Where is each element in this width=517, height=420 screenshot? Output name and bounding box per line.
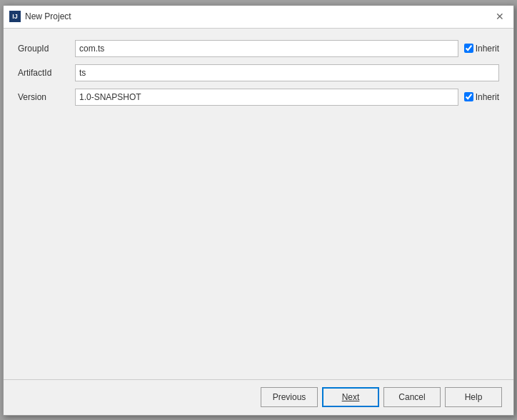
version-inherit-label: Inherit — [464, 92, 499, 102]
artifact-id-input[interactable] — [75, 64, 499, 81]
help-button[interactable]: Help — [445, 387, 502, 407]
title-bar-left: IJ New Project — [9, 11, 71, 22]
next-button[interactable]: Next — [322, 387, 379, 407]
group-id-row: GroupId Inherit — [18, 40, 499, 57]
previous-button[interactable]: Previous — [261, 387, 318, 407]
version-input[interactable] — [75, 89, 458, 106]
cancel-button[interactable]: Cancel — [383, 387, 441, 407]
artifact-id-label: ArtifactId — [18, 68, 75, 78]
version-label: Version — [18, 92, 75, 102]
group-id-inherit-checkbox[interactable] — [464, 44, 473, 53]
dialog-footer: Previous Next Cancel Help — [4, 379, 513, 415]
form-content: GroupId Inherit ArtifactId Version Inher… — [4, 29, 513, 379]
artifact-id-row: ArtifactId — [18, 64, 499, 81]
app-icon: IJ — [9, 11, 21, 22]
dialog-title: New Project — [25, 11, 71, 21]
version-row: Version Inherit — [18, 89, 499, 106]
group-id-inherit-label: Inherit — [464, 44, 499, 54]
group-id-input[interactable] — [75, 40, 458, 57]
version-inherit-group: Inherit — [464, 92, 499, 102]
group-id-inherit-group: Inherit — [464, 44, 499, 54]
new-project-dialog: IJ New Project ✕ GroupId Inherit Artifac… — [3, 5, 514, 416]
group-id-label: GroupId — [18, 44, 75, 54]
version-inherit-checkbox[interactable] — [464, 92, 473, 101]
close-button[interactable]: ✕ — [492, 9, 508, 24]
title-bar: IJ New Project ✕ — [4, 6, 513, 29]
